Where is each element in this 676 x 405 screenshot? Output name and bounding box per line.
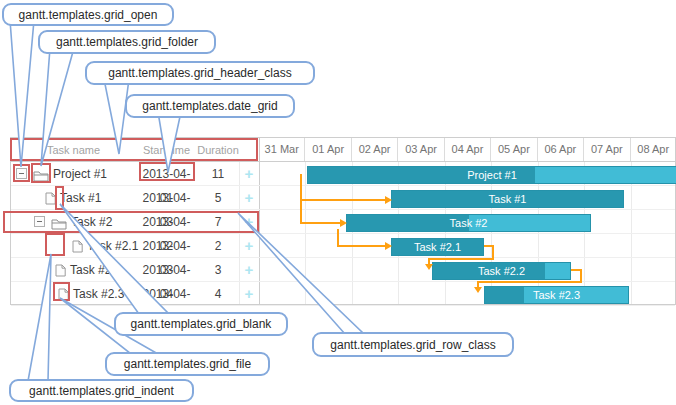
task-bar-2[interactable]: Task #1 <box>391 190 624 208</box>
task-name-cell: Task #2.1 <box>87 234 138 258</box>
callout-label: gantt.templates.grid_header_class <box>108 66 291 80</box>
screenshot-stage: Task name Start time Duration 31 Mar01 A… <box>0 0 676 405</box>
start-time-cell: 2013-04-10 <box>136 282 197 306</box>
callout-grid-file: gantt.templates.grid_file <box>105 352 270 376</box>
grid-header: Task name Start time Duration <box>11 138 259 162</box>
scale-cell-02-apr: 02 Apr <box>352 138 398 161</box>
duration-cell: 2 <box>197 234 239 258</box>
column-header-duration: Duration <box>197 138 239 162</box>
start-time-cell: 2013-04-01 <box>136 162 197 186</box>
add-task-button[interactable]: + <box>239 210 259 234</box>
expand-toggle-icon[interactable] <box>34 216 45 227</box>
timeline-scale-header: 31 Mar01 Apr02 Apr03 Apr04 Apr05 Apr06 A… <box>259 138 675 162</box>
scale-cell-07-apr: 07 Apr <box>584 138 630 161</box>
scale-cell-06-apr: 06 Apr <box>538 138 584 161</box>
start-time-cell: 2013-04-02 <box>136 210 197 234</box>
callout-label: gantt.templates.grid_folder <box>56 35 198 49</box>
file-icon <box>45 191 56 209</box>
task-row-5[interactable]: Task #2.22013-04-043+ <box>11 258 675 282</box>
callout-grid-open: gantt.templates.grid_open <box>2 3 174 26</box>
task-bar-label: Project #1 <box>308 167 676 183</box>
task-bar-6[interactable]: Task #2.3 <box>484 286 629 304</box>
column-header-start-time: Start time <box>136 138 197 162</box>
folder-icon <box>51 216 67 234</box>
task-bar-label: Task #1 <box>392 191 623 207</box>
scale-cell-01-apr: 01 Apr <box>305 138 351 161</box>
gantt-widget: Task name Start time Duration 31 Mar01 A… <box>10 137 676 305</box>
callout-grid-header-class: gantt.templates.grid_header_class <box>85 61 315 85</box>
duration-cell: 7 <box>197 210 239 234</box>
callout-label: gantt.templates.date_grid <box>142 99 277 113</box>
expand-toggle-icon[interactable] <box>16 168 27 179</box>
task-bar-5[interactable]: Task #2.2 <box>432 262 571 280</box>
duration-cell: 3 <box>197 258 239 282</box>
task-name-cell: Task #1 <box>60 186 101 210</box>
task-bar-1[interactable]: Project #1 <box>307 166 676 184</box>
task-name-cell: Task #2 <box>71 210 112 234</box>
callout-grid-blank: gantt.templates.grid_blank <box>114 312 288 336</box>
task-row-4[interactable]: Task #2.12013-04-032+ <box>11 234 675 258</box>
task-bar-4[interactable]: Task #2.1 <box>391 238 484 256</box>
file-icon <box>55 263 66 281</box>
start-time-cell: 2013-04-03 <box>136 234 197 258</box>
callout-label: gantt.templates.grid_row_class <box>330 338 495 352</box>
task-name-cell: Project #1 <box>53 162 107 186</box>
folder-icon <box>33 168 49 186</box>
file-icon <box>58 287 69 305</box>
callout-date-grid: gantt.templates.date_grid <box>125 94 295 118</box>
add-task-button[interactable]: + <box>239 162 259 186</box>
duration-cell: 4 <box>197 282 239 306</box>
task-name-cell: Task #2.3 <box>73 282 124 306</box>
duration-cell: 5 <box>197 186 239 210</box>
start-time-cell: 2013-04-03 <box>136 186 197 210</box>
file-icon <box>72 239 83 257</box>
scale-cell-08-apr: 08 Apr <box>631 138 676 161</box>
start-time-cell: 2013-04-04 <box>136 258 197 282</box>
task-bar-3[interactable]: Task #2 <box>346 214 591 232</box>
task-bar-label: Task #2 <box>347 215 590 231</box>
duration-cell: 11 <box>197 162 239 186</box>
task-bar-label: Task #2.1 <box>392 239 483 255</box>
callout-grid-folder: gantt.templates.grid_folder <box>38 30 216 54</box>
callout-grid-row-class: gantt.templates.grid_row_class <box>312 332 514 357</box>
task-name-cell: Task #2.2 <box>70 258 121 282</box>
callout-label: gantt.templates.grid_file <box>124 357 251 371</box>
add-task-button[interactable]: + <box>239 282 259 306</box>
scale-cell-03-apr: 03 Apr <box>398 138 444 161</box>
task-bar-label: Task #2.2 <box>433 263 570 279</box>
scale-cell-31-mar: 31 Mar <box>259 138 305 161</box>
add-task-button[interactable]: + <box>239 186 259 210</box>
scale-cell-05-apr: 05 Apr <box>491 138 537 161</box>
add-task-button[interactable]: + <box>239 258 259 282</box>
callout-label: gantt.templates.grid_indent <box>29 384 174 398</box>
callout-label: gantt.templates.grid_open <box>19 8 158 22</box>
callout-grid-indent: gantt.templates.grid_indent <box>9 379 194 402</box>
add-task-button[interactable]: + <box>239 234 259 258</box>
scale-cell-04-apr: 04 Apr <box>445 138 491 161</box>
column-header-task-name: Task name <box>11 138 136 162</box>
task-bar-label: Task #2.3 <box>485 287 628 303</box>
callout-label: gantt.templates.grid_blank <box>131 317 272 331</box>
